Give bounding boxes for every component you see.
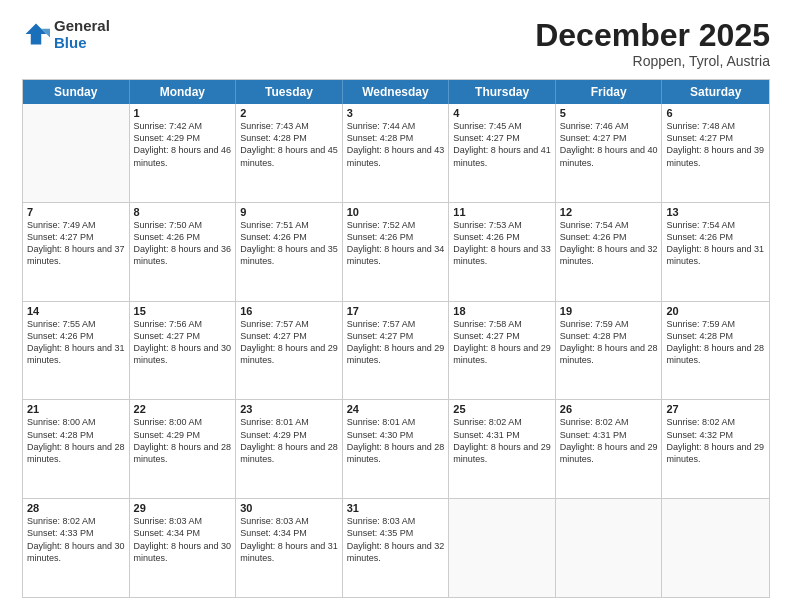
day-info: Sunrise: 7:43 AMSunset: 4:28 PMDaylight:… [240, 121, 338, 167]
day-info: Sunrise: 8:02 AMSunset: 4:32 PMDaylight:… [666, 417, 764, 463]
day-number: 16 [240, 305, 338, 317]
day-number: 1 [134, 107, 232, 119]
table-row: 6Sunrise: 7:48 AMSunset: 4:27 PMDaylight… [662, 104, 769, 202]
day-info: Sunrise: 8:00 AMSunset: 4:29 PMDaylight:… [134, 417, 232, 463]
day-number: 26 [560, 403, 658, 415]
day-number: 17 [347, 305, 445, 317]
calendar-row-4: 28Sunrise: 8:02 AMSunset: 4:33 PMDayligh… [23, 498, 769, 597]
table-row [449, 499, 556, 597]
day-info: Sunrise: 7:45 AMSunset: 4:27 PMDaylight:… [453, 121, 551, 167]
day-info: Sunrise: 8:01 AMSunset: 4:30 PMDaylight:… [347, 417, 445, 463]
day-info: Sunrise: 7:48 AMSunset: 4:27 PMDaylight:… [666, 121, 764, 167]
table-row: 10Sunrise: 7:52 AMSunset: 4:26 PMDayligh… [343, 203, 450, 301]
day-number: 23 [240, 403, 338, 415]
table-row: 3Sunrise: 7:44 AMSunset: 4:28 PMDaylight… [343, 104, 450, 202]
day-info: Sunrise: 8:02 AMSunset: 4:33 PMDaylight:… [27, 516, 125, 562]
table-row: 30Sunrise: 8:03 AMSunset: 4:34 PMDayligh… [236, 499, 343, 597]
table-row [23, 104, 130, 202]
day-number: 3 [347, 107, 445, 119]
day-number: 9 [240, 206, 338, 218]
day-number: 19 [560, 305, 658, 317]
table-row [556, 499, 663, 597]
day-number: 20 [666, 305, 765, 317]
table-row: 15Sunrise: 7:56 AMSunset: 4:27 PMDayligh… [130, 302, 237, 400]
day-number: 22 [134, 403, 232, 415]
logo-blue: Blue [54, 35, 110, 52]
day-info: Sunrise: 7:58 AMSunset: 4:27 PMDaylight:… [453, 319, 551, 365]
day-info: Sunrise: 8:00 AMSunset: 4:28 PMDaylight:… [27, 417, 125, 463]
table-row: 26Sunrise: 8:02 AMSunset: 4:31 PMDayligh… [556, 400, 663, 498]
day-info: Sunrise: 7:57 AMSunset: 4:27 PMDaylight:… [347, 319, 445, 365]
day-number: 10 [347, 206, 445, 218]
day-info: Sunrise: 7:55 AMSunset: 4:26 PMDaylight:… [27, 319, 125, 365]
day-number: 15 [134, 305, 232, 317]
page: General Blue December 2025 Roppen, Tyrol… [0, 0, 792, 612]
table-row: 2Sunrise: 7:43 AMSunset: 4:28 PMDaylight… [236, 104, 343, 202]
header-day-monday: Monday [130, 80, 237, 104]
table-row: 21Sunrise: 8:00 AMSunset: 4:28 PMDayligh… [23, 400, 130, 498]
day-info: Sunrise: 8:02 AMSunset: 4:31 PMDaylight:… [560, 417, 658, 463]
day-number: 28 [27, 502, 125, 514]
calendar: SundayMondayTuesdayWednesdayThursdayFrid… [22, 79, 770, 598]
table-row: 4Sunrise: 7:45 AMSunset: 4:27 PMDaylight… [449, 104, 556, 202]
location: Roppen, Tyrol, Austria [535, 53, 770, 69]
calendar-body: 1Sunrise: 7:42 AMSunset: 4:29 PMDaylight… [23, 104, 769, 597]
header-day-friday: Friday [556, 80, 663, 104]
table-row: 24Sunrise: 8:01 AMSunset: 4:30 PMDayligh… [343, 400, 450, 498]
day-number: 7 [27, 206, 125, 218]
table-row: 8Sunrise: 7:50 AMSunset: 4:26 PMDaylight… [130, 203, 237, 301]
calendar-row-0: 1Sunrise: 7:42 AMSunset: 4:29 PMDaylight… [23, 104, 769, 202]
header-day-thursday: Thursday [449, 80, 556, 104]
table-row: 19Sunrise: 7:59 AMSunset: 4:28 PMDayligh… [556, 302, 663, 400]
day-number: 5 [560, 107, 658, 119]
month-title: December 2025 [535, 18, 770, 53]
day-number: 21 [27, 403, 125, 415]
table-row: 17Sunrise: 7:57 AMSunset: 4:27 PMDayligh… [343, 302, 450, 400]
day-number: 30 [240, 502, 338, 514]
day-info: Sunrise: 7:53 AMSunset: 4:26 PMDaylight:… [453, 220, 551, 266]
table-row: 1Sunrise: 7:42 AMSunset: 4:29 PMDaylight… [130, 104, 237, 202]
table-row: 31Sunrise: 8:03 AMSunset: 4:35 PMDayligh… [343, 499, 450, 597]
header-day-sunday: Sunday [23, 80, 130, 104]
day-info: Sunrise: 7:44 AMSunset: 4:28 PMDaylight:… [347, 121, 445, 167]
table-row: 12Sunrise: 7:54 AMSunset: 4:26 PMDayligh… [556, 203, 663, 301]
day-info: Sunrise: 7:59 AMSunset: 4:28 PMDaylight:… [666, 319, 764, 365]
day-info: Sunrise: 8:03 AMSunset: 4:35 PMDaylight:… [347, 516, 445, 562]
day-number: 11 [453, 206, 551, 218]
logo-icon [22, 20, 50, 48]
table-row: 23Sunrise: 8:01 AMSunset: 4:29 PMDayligh… [236, 400, 343, 498]
day-number: 27 [666, 403, 765, 415]
day-number: 24 [347, 403, 445, 415]
table-row: 11Sunrise: 7:53 AMSunset: 4:26 PMDayligh… [449, 203, 556, 301]
day-number: 31 [347, 502, 445, 514]
day-number: 12 [560, 206, 658, 218]
day-info: Sunrise: 7:51 AMSunset: 4:26 PMDaylight:… [240, 220, 338, 266]
header-day-tuesday: Tuesday [236, 80, 343, 104]
svg-marker-0 [26, 23, 47, 44]
table-row: 27Sunrise: 8:02 AMSunset: 4:32 PMDayligh… [662, 400, 769, 498]
day-info: Sunrise: 7:42 AMSunset: 4:29 PMDaylight:… [134, 121, 232, 167]
day-info: Sunrise: 7:56 AMSunset: 4:27 PMDaylight:… [134, 319, 232, 365]
calendar-header: SundayMondayTuesdayWednesdayThursdayFrid… [23, 80, 769, 104]
day-number: 14 [27, 305, 125, 317]
day-number: 25 [453, 403, 551, 415]
table-row: 22Sunrise: 8:00 AMSunset: 4:29 PMDayligh… [130, 400, 237, 498]
calendar-row-1: 7Sunrise: 7:49 AMSunset: 4:27 PMDaylight… [23, 202, 769, 301]
logo: General Blue [22, 18, 110, 51]
day-info: Sunrise: 7:54 AMSunset: 4:26 PMDaylight:… [560, 220, 658, 266]
day-info: Sunrise: 7:50 AMSunset: 4:26 PMDaylight:… [134, 220, 232, 266]
day-number: 13 [666, 206, 765, 218]
table-row: 20Sunrise: 7:59 AMSunset: 4:28 PMDayligh… [662, 302, 769, 400]
day-number: 2 [240, 107, 338, 119]
table-row: 5Sunrise: 7:46 AMSunset: 4:27 PMDaylight… [556, 104, 663, 202]
header-day-saturday: Saturday [662, 80, 769, 104]
table-row [662, 499, 769, 597]
day-number: 6 [666, 107, 765, 119]
day-info: Sunrise: 8:03 AMSunset: 4:34 PMDaylight:… [134, 516, 232, 562]
day-number: 4 [453, 107, 551, 119]
calendar-row-3: 21Sunrise: 8:00 AMSunset: 4:28 PMDayligh… [23, 399, 769, 498]
table-row: 7Sunrise: 7:49 AMSunset: 4:27 PMDaylight… [23, 203, 130, 301]
day-number: 29 [134, 502, 232, 514]
table-row: 16Sunrise: 7:57 AMSunset: 4:27 PMDayligh… [236, 302, 343, 400]
day-number: 8 [134, 206, 232, 218]
